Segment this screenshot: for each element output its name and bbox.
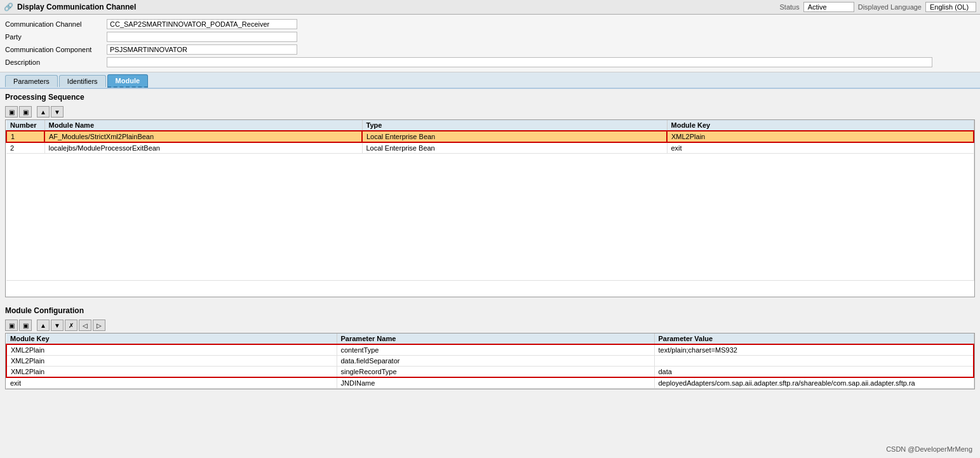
module-config-table: Module Key Parameter Name Parameter Valu… — [6, 333, 974, 389]
channel-value: CC_SAP2SMARTINNOVATOR_PODATA_Receiver — [107, 19, 297, 29]
config-param-value: data — [654, 367, 974, 378]
col-number: Number — [6, 120, 44, 131]
row-module-key: exit — [667, 142, 974, 154]
processing-seq-toolbar: ▣ ▣ ▲ ▼ — [0, 104, 980, 119]
processing-seq-title: Processing Sequence — [0, 89, 980, 104]
config-module-key: exit — [6, 377, 337, 389]
config-toolbar-btn-up[interactable]: ▲ — [37, 320, 50, 331]
row-number: 2 — [6, 142, 44, 154]
tabs-bar: Parameters Identifiers Module — [0, 72, 980, 89]
col-module-name: Module Name — [44, 120, 362, 131]
processing-sequence-section: Processing Sequence ▣ ▣ ▲ ▼ Number Modul… — [0, 89, 980, 297]
config-toolbar-btn-down[interactable]: ▼ — [51, 320, 64, 331]
module-config-title: Module Configuration — [0, 302, 980, 318]
config-toolbar-btn-2[interactable]: ▣ — [19, 320, 32, 331]
config-col-module-key: Module Key — [6, 333, 337, 344]
config-param-value: deployedAdapters/com.sap.aii.adapter.sft… — [654, 377, 974, 389]
form-row-channel: Communication Channel CC_SAP2SMARTINNOVA… — [5, 18, 975, 30]
row-type: Local Enterprise Bean — [362, 131, 667, 142]
empty-row — [6, 154, 974, 281]
party-label: Party — [5, 33, 107, 41]
title-bar: 🔗 Display Communication Channel Status A… — [0, 0, 980, 15]
form-row-description: Description — [5, 57, 975, 68]
channel-icon: 🔗 — [4, 3, 13, 11]
tab-module[interactable]: Module — [107, 74, 149, 88]
processing-seq-table-container: Number Module Name Type Module Key 1 AF_… — [5, 119, 975, 297]
row-module-name: AF_Modules/StrictXml2PlainBean — [44, 131, 362, 142]
component-value: PSJSMARTINNOVATOR — [107, 44, 297, 55]
party-value — [107, 32, 297, 42]
config-param-name: JNDIName — [337, 377, 654, 389]
toolbar-btn-down[interactable]: ▼ — [51, 106, 64, 118]
config-param-value: text/plain;charset=MS932 — [654, 344, 974, 356]
config-toolbar-btn-delete[interactable]: ✗ — [65, 320, 77, 331]
config-module-key: XML2Plain — [6, 344, 337, 356]
config-toolbar-btn-left[interactable]: ◁ — [79, 320, 91, 331]
config-col-param-name: Parameter Name — [337, 333, 654, 344]
tab-parameters[interactable]: Parameters — [5, 75, 58, 87]
module-config-toolbar: ▣ ▣ ▲ ▼ ✗ ◁ ▷ — [0, 318, 980, 333]
table-row[interactable]: XML2Plain singleRecordType data — [6, 367, 974, 378]
component-label: Communication Component — [5, 46, 107, 53]
module-config-table-container: Module Key Parameter Name Parameter Valu… — [5, 333, 975, 389]
config-col-param-value: Parameter Value — [654, 333, 974, 344]
col-module-key: Module Key — [667, 120, 974, 131]
row-number: 1 — [6, 131, 44, 142]
channel-label: Communication Channel — [5, 20, 107, 28]
row-type: Local Enterprise Bean — [362, 142, 667, 154]
language-label: Displayed Language — [858, 3, 922, 11]
config-module-key: XML2Plain — [6, 367, 337, 378]
config-param-name: singleRecordType — [337, 367, 654, 378]
table-row[interactable]: exit JNDIName deployedAdapters/com.sap.a… — [6, 377, 974, 389]
config-param-name: contentType — [337, 344, 654, 356]
description-label: Description — [5, 58, 107, 66]
table-row[interactable]: 1 AF_Modules/StrictXml2PlainBean Local E… — [6, 131, 974, 142]
table-row[interactable]: 2 localejbs/ModuleProcessorExitBean Loca… — [6, 142, 974, 154]
row-module-name: localejbs/ModuleProcessorExitBean — [44, 142, 362, 154]
description-value — [107, 57, 932, 67]
config-param-name: data.fieldSeparator — [337, 356, 654, 367]
config-toolbar-btn-1[interactable]: ▣ — [5, 320, 18, 331]
form-row-component: Communication Component PSJSMARTINNOVATO… — [5, 44, 975, 55]
form-section: Communication Channel CC_SAP2SMARTINNOVA… — [0, 15, 980, 72]
toolbar-btn-2[interactable]: ▣ — [19, 106, 32, 118]
table-row[interactable]: XML2Plain data.fieldSeparator — [6, 356, 974, 367]
processing-seq-table: Number Module Name Type Module Key 1 AF_… — [6, 120, 974, 281]
toolbar-btn-1[interactable]: ▣ — [5, 106, 18, 118]
tab-identifiers[interactable]: Identifiers — [59, 75, 106, 87]
toolbar-btn-up[interactable]: ▲ — [37, 106, 50, 118]
language-value: English (OL) — [925, 2, 976, 12]
module-config-section: Module Configuration ▣ ▣ ▲ ▼ ✗ ◁ ▷ Modul… — [0, 302, 980, 389]
config-module-key: XML2Plain — [6, 356, 337, 367]
col-type: Type — [362, 120, 667, 131]
config-param-value — [654, 356, 974, 367]
form-row-party: Party — [5, 31, 975, 43]
status-label: Status — [780, 3, 800, 11]
window-title: Display Communication Channel — [17, 3, 136, 11]
language-group: Displayed Language English (OL) — [858, 2, 976, 12]
row-module-key: XML2Plain — [667, 131, 974, 142]
status-value: Active — [803, 2, 854, 12]
config-toolbar-btn-right[interactable]: ▷ — [93, 320, 105, 331]
status-group: Status Active — [780, 2, 854, 12]
table-row[interactable]: XML2Plain contentType text/plain;charset… — [6, 344, 974, 356]
